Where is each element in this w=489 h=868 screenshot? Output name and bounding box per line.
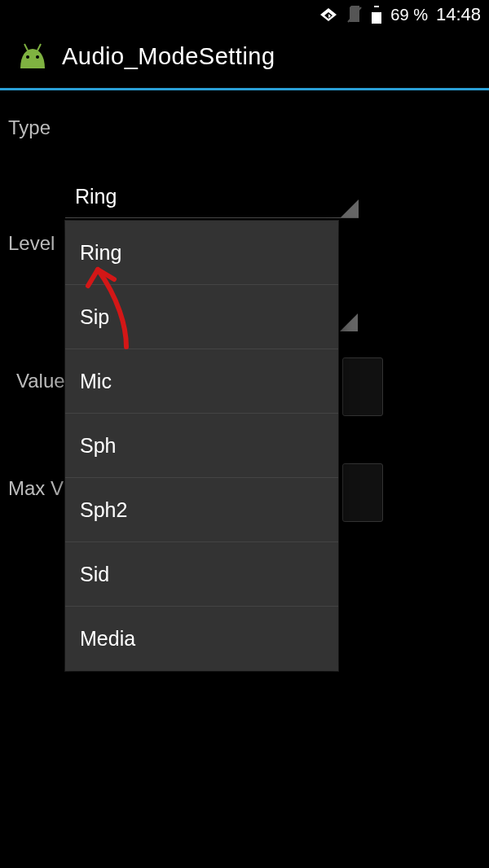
label-level: Level bbox=[8, 232, 55, 255]
option-label: Sip bbox=[80, 305, 109, 329]
no-sim-icon bbox=[346, 6, 363, 24]
dropdown-option-sip[interactable]: Sip bbox=[65, 285, 338, 349]
option-label: Sph bbox=[80, 434, 116, 458]
svg-line-6 bbox=[37, 44, 41, 50]
dropdown-option-ring[interactable]: Ring bbox=[65, 221, 338, 285]
type-dropdown-popup: Ring Sip Mic Sph Sph2 Sid Media bbox=[65, 221, 338, 671]
dropdown-option-sph[interactable]: Sph bbox=[65, 414, 338, 478]
option-label: Sid bbox=[80, 563, 109, 586]
option-label: Sph2 bbox=[80, 498, 127, 522]
clock-time: 14:48 bbox=[436, 4, 481, 25]
settings-form: Type Level Value Max V Ring Ring Sip Mic… bbox=[0, 90, 489, 116]
dropdown-option-mic[interactable]: Mic bbox=[65, 349, 338, 414]
dropdown-caret-icon bbox=[340, 313, 358, 331]
label-value: Value bbox=[16, 370, 65, 392]
battery-percentage: 69 % bbox=[390, 6, 428, 24]
label-max: Max V bbox=[8, 477, 64, 500]
page-title: Audio_ModeSetting bbox=[62, 43, 275, 70]
option-label: Ring bbox=[80, 241, 121, 265]
value-input[interactable] bbox=[342, 357, 383, 416]
action-bar: Audio_ModeSetting bbox=[0, 29, 489, 90]
label-type: Type bbox=[8, 116, 51, 139]
dropdown-option-sid[interactable]: Sid bbox=[65, 542, 338, 607]
svg-point-8 bbox=[36, 55, 39, 59]
dropdown-option-media[interactable]: Media bbox=[65, 607, 338, 671]
type-spinner[interactable]: Ring bbox=[65, 181, 359, 218]
wifi-icon bbox=[319, 7, 338, 23]
svg-point-7 bbox=[26, 55, 29, 59]
option-label: Media bbox=[80, 627, 135, 651]
svg-line-5 bbox=[24, 44, 28, 50]
option-label: Mic bbox=[80, 370, 112, 393]
status-bar: 69 % 14:48 bbox=[0, 0, 489, 29]
dropdown-caret-icon bbox=[341, 199, 359, 217]
dropdown-option-sph2[interactable]: Sph2 bbox=[65, 478, 338, 542]
android-icon bbox=[15, 41, 51, 72]
max-input[interactable] bbox=[342, 463, 383, 522]
battery-icon bbox=[371, 6, 382, 24]
type-spinner-value: Ring bbox=[65, 181, 359, 212]
